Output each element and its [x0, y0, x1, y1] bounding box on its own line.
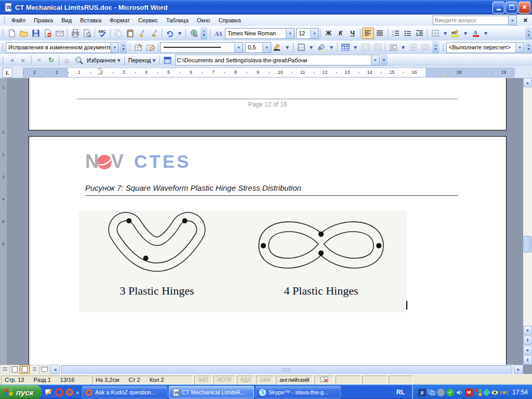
font-color-button[interactable]: A — [470, 28, 482, 39]
forward-button[interactable]: ► — [18, 55, 30, 66]
tray-update-check-icon[interactable]: ✓ — [446, 389, 454, 396]
menu-item[interactable]: Формат — [105, 16, 134, 25]
restore-button[interactable] — [506, 2, 517, 14]
vertical-scroll-track[interactable] — [523, 87, 532, 326]
firefox-icon[interactable] — [65, 388, 74, 396]
increase-indent-button[interactable] — [414, 28, 425, 39]
document-page-prev[interactable]: Page 12 of 16 — [29, 78, 507, 130]
status-language[interactable]: английский — [276, 376, 313, 384]
vertical-scroll-thumb[interactable] — [524, 236, 531, 252]
bullet-list-button[interactable] — [402, 28, 414, 39]
merge-cells-button[interactable] — [360, 42, 371, 53]
cell-align-dropdown[interactable]: ▾ — [399, 42, 407, 53]
language-bar[interactable]: RL — [389, 389, 412, 396]
border-color-button[interactable] — [271, 42, 283, 53]
select-browse-object-button[interactable]: ● — [523, 345, 532, 355]
recalc-combo[interactable]: <Выполните пересчет> ▾ — [446, 42, 524, 53]
toolbar-options-chevron[interactable]: »▾ — [201, 27, 207, 39]
tab-selector[interactable]: L — [3, 68, 12, 77]
menu-item[interactable]: Файл — [7, 16, 30, 25]
open-button[interactable] — [18, 28, 30, 39]
menu-item[interactable]: Вставка — [76, 16, 105, 25]
scroll-up-button[interactable]: ▲ — [523, 78, 532, 87]
show-desktop-icon[interactable] — [45, 388, 53, 396]
question-input[interactable] — [433, 16, 509, 25]
status-toggle[interactable]: ЗАП — [194, 376, 212, 384]
insert-table-dropdown[interactable]: ▾ — [351, 42, 360, 53]
print-layout-view-button[interactable] — [20, 365, 30, 374]
taskbar-clock[interactable]: 17:54 — [512, 389, 528, 396]
border-button[interactable] — [429, 28, 441, 39]
close-button[interactable]: ✕ — [518, 2, 530, 14]
question-dropdown-button[interactable]: ▾ — [509, 15, 517, 25]
go-button[interactable]: Переход ▾ — [126, 55, 158, 66]
tray-display-icon[interactable] — [474, 389, 482, 396]
undo-dropdown-button[interactable]: ▾ — [176, 28, 184, 39]
underline-button[interactable]: Ч — [347, 28, 358, 39]
shading-dropdown[interactable]: ▾ — [327, 42, 336, 53]
show-web-toolbar-button[interactable] — [162, 55, 174, 66]
scroll-down-button[interactable]: ▼ — [523, 326, 532, 335]
figure-image[interactable]: 3 Plastic Hinges 4 Plastic Hinges — [78, 210, 407, 312]
horizontal-scroll-track[interactable] — [60, 365, 513, 374]
tray-mcafee-icon[interactable]: M — [465, 389, 473, 396]
reading-layout-button[interactable] — [39, 365, 49, 374]
distribute-rows-button[interactable] — [407, 42, 419, 53]
insert-table-button[interactable] — [339, 42, 351, 53]
border-grid-dropdown[interactable]: ▾ — [307, 42, 315, 53]
back-button[interactable]: ◄ — [6, 55, 18, 66]
line-weight-combo[interactable]: 0,5 ▾ — [245, 42, 271, 53]
insert-hyperlink-button[interactable] — [188, 28, 200, 39]
start-button[interactable]: пуск — [0, 385, 42, 399]
tray-codec-icon[interactable] — [483, 388, 491, 396]
refresh-button[interactable]: ↻ — [45, 55, 57, 66]
new-document-button[interactable] — [6, 28, 18, 39]
toolbar-options-chevron[interactable]: »▾ — [525, 41, 532, 54]
shading-color-button[interactable] — [315, 42, 327, 53]
email-button[interactable] — [54, 28, 65, 39]
web-layout-view-button[interactable] — [10, 365, 20, 374]
previous-page-button[interactable]: ⇞ — [523, 336, 532, 345]
permission-button[interactable] — [42, 28, 54, 39]
highlight-brush-button[interactable] — [148, 28, 160, 39]
document-page-current[interactable]: N V CTES Рисунок 7: Square Waveform Plas… — [29, 136, 507, 365]
print-preview-button[interactable] — [81, 28, 93, 39]
toolbar-options-chevron[interactable]: »▾ — [525, 27, 532, 39]
font-color-dropdown-button[interactable]: ▾ — [482, 28, 490, 39]
toolbar-grip[interactable] — [128, 43, 131, 51]
menu-item[interactable]: Справка — [214, 16, 245, 25]
search-web-button[interactable] — [73, 55, 85, 66]
task-button-word[interactable]: W CT Mechanical LimitsR... — [169, 386, 254, 398]
undo-button[interactable] — [164, 28, 176, 39]
border-color-dropdown[interactable]: ▾ — [283, 42, 291, 53]
menubar-close-icon[interactable]: ✕ — [521, 17, 530, 24]
tray-volume-icon[interactable] — [456, 389, 463, 396]
toolbar-grip[interactable] — [2, 29, 4, 37]
address-combo[interactable]: ▾ — [175, 55, 380, 65]
menu-item[interactable]: Сервис — [134, 16, 162, 25]
tray-agent-icon[interactable] — [437, 389, 445, 396]
line-style-combo[interactable]: ▾ — [160, 42, 243, 53]
highlight-dropdown-button[interactable]: ▾ — [461, 28, 470, 39]
numbered-list-button[interactable]: 12 — [390, 28, 402, 39]
cell-align-button[interactable] — [387, 42, 399, 53]
vertical-scrollbar[interactable]: ▲ ▼ ⇞ ● ⇟ — [523, 78, 532, 365]
tray-utorrent-icon[interactable]: µ — [418, 389, 426, 396]
menu-item[interactable]: Окно — [193, 16, 215, 25]
distribute-cols-button[interactable] — [419, 42, 431, 53]
stop-button[interactable]: ✕ — [33, 55, 45, 66]
right-indent-marker[interactable] — [441, 73, 446, 76]
tray-eye-icon[interactable] — [491, 389, 499, 396]
toolbar-grip[interactable] — [3, 16, 6, 24]
eraser-button[interactable] — [144, 42, 156, 53]
draw-table-button[interactable] — [132, 42, 144, 53]
highlight-color-button[interactable]: ab — [449, 28, 461, 39]
toolbar-options-chevron[interactable]: ▾ — [381, 54, 388, 66]
align-left-button[interactable] — [362, 28, 374, 39]
spelling-status[interactable] — [314, 376, 334, 384]
border-dropdown-button[interactable]: ▾ — [441, 28, 449, 39]
status-toggle[interactable]: ВДЛ — [237, 376, 255, 384]
font-name-combo[interactable]: Times New Roman ▾ — [225, 28, 295, 39]
split-cells-button[interactable] — [371, 42, 383, 53]
toolbar-grip[interactable] — [209, 29, 211, 37]
